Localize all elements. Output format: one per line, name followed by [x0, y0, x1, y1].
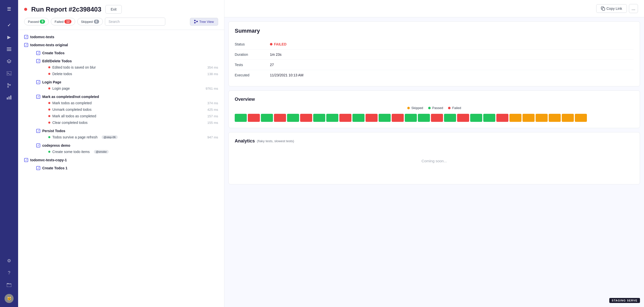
suite-header[interactable]: ✓ todomvc-tests original — [24, 42, 218, 48]
folder-icon[interactable] — [4, 280, 14, 290]
chart-icon[interactable] — [4, 92, 14, 103]
svg-line-18 — [195, 22, 196, 23]
analytics-title: Analytics (flaky tests, slowest tests) — [235, 138, 634, 144]
left-panel: Run Report #2c398403 Exit Passed 9 Faile… — [18, 0, 224, 307]
list-item[interactable]: Delete todos 138 ms — [36, 71, 218, 77]
overview-cell — [300, 114, 312, 122]
list-item: ✓ Edit/Delete Todos Edited todo is saved… — [18, 57, 224, 78]
summary-row-duration: Duration 1m 23s — [235, 49, 634, 60]
menu-icon[interactable]: ☰ — [4, 4, 14, 14]
skipped-filter-button[interactable]: Skipped 6 — [77, 18, 103, 25]
settings-icon[interactable]: ⚙ — [4, 256, 14, 266]
avatar[interactable]: 🐱 — [5, 294, 14, 303]
header: Run Report #2c398403 Exit Passed 9 Faile… — [18, 0, 224, 30]
passed-filter-button[interactable]: Passed 9 — [24, 18, 49, 25]
staging-badge: STAGING SERVE — [609, 298, 640, 303]
test-duration: 9761 ms — [206, 87, 218, 90]
overview-cell — [261, 114, 273, 122]
test-left: Mark todos as completed — [48, 101, 92, 105]
failed-dot-icon — [48, 66, 50, 68]
coming-soon-text: Coming soon... — [235, 144, 634, 178]
overview-cell — [379, 114, 391, 122]
check-icon[interactable]: ✓ — [4, 20, 14, 30]
suite-check-icon: ✓ — [24, 43, 28, 47]
content-row: Run Report #2c398403 Exit Passed 9 Faile… — [18, 0, 644, 307]
list-item[interactable]: Clear completed todos 155 ms — [36, 119, 218, 126]
overview-cell — [496, 114, 508, 122]
svg-rect-4 — [7, 71, 11, 75]
legend-item-skipped: Skipped — [407, 106, 423, 110]
overview-cell — [483, 114, 495, 122]
list-icon[interactable] — [4, 44, 14, 54]
test-name: Clear completed todos — [52, 121, 88, 125]
svg-rect-0 — [7, 47, 11, 48]
copy-link-button[interactable]: Copy Link — [596, 4, 627, 13]
suite-header[interactable]: ✓ Mark as completed/not completed — [36, 94, 218, 100]
passed-legend-label: Passed — [432, 106, 443, 110]
test-left: Create some todo items @smoke — [48, 150, 109, 154]
svg-rect-14 — [194, 20, 195, 21]
failed-dot-icon — [48, 122, 50, 124]
list-item[interactable]: Create some todo items @smoke — [36, 148, 218, 155]
analytics-label: Analytics — [235, 138, 255, 144]
list-item[interactable]: Login page 9761 ms — [36, 85, 218, 92]
failed-filter-button[interactable]: Failed 12 — [51, 18, 75, 25]
layers-icon[interactable] — [4, 56, 14, 66]
overview-cell — [470, 114, 482, 122]
failed-dot-icon — [48, 115, 50, 117]
suite-header[interactable]: ✓ todomvc-tests — [24, 34, 218, 40]
suite-header[interactable]: ✓ todomvc-tests-copy-1 — [24, 157, 218, 163]
exit-button[interactable]: Exit — [105, 5, 122, 14]
test-left: Mark all todos as completed — [48, 114, 96, 118]
suite-header[interactable]: ✓ Create Todos 1 — [36, 165, 218, 171]
suite-header[interactable]: ✓ Create Todos — [36, 50, 218, 56]
overview-cell — [366, 114, 378, 122]
tree-view-button[interactable]: Tree View — [190, 18, 218, 26]
suite-name: Login Page — [42, 80, 61, 84]
test-name: Todos survive a page refresh — [52, 135, 98, 139]
passed-legend-dot — [428, 107, 431, 109]
test-duration: 155 ms — [207, 121, 218, 125]
test-duration: 138 ms — [207, 72, 218, 76]
suite-check-icon: ✓ — [36, 129, 40, 133]
overview-cell — [352, 114, 365, 122]
overview-cell — [392, 114, 404, 122]
summary-row-tests: Tests 27 — [235, 60, 634, 70]
skipped-label: Skipped — [81, 20, 93, 24]
suite-name: todomvc-tests — [30, 35, 54, 39]
suite-check-icon: ✓ — [36, 166, 40, 170]
list-item: ✓ Create Todos 1 — [18, 164, 224, 172]
suite-header[interactable]: ✓ codepress demo — [36, 142, 218, 148]
list-item[interactable]: Unmark completed todos 425 ms — [36, 106, 218, 113]
test-duration: 947 ms — [207, 135, 218, 139]
search-input[interactable] — [105, 18, 165, 26]
test-left: Edited todo is saved on blur — [48, 65, 96, 69]
list-item: ✓ Create Todos — [18, 49, 224, 57]
list-item: ✓ Login Page Login page 9761 ms — [18, 78, 224, 93]
help-icon[interactable]: ? — [4, 268, 14, 278]
skipped-legend-dot — [407, 107, 410, 109]
overview-title: Overview — [235, 97, 634, 102]
branch-icon[interactable] — [4, 80, 14, 90]
overview-cell — [418, 114, 430, 122]
suite-header[interactable]: ✓ Login Page — [36, 79, 218, 85]
suite-name: Persist Todos — [42, 129, 65, 133]
suite-header[interactable]: ✓ Persist Todos — [36, 128, 218, 134]
list-item[interactable]: Todos survive a page refresh @step-06 94… — [36, 134, 218, 140]
list-item[interactable]: Mark todos as completed 374 ms — [36, 100, 218, 106]
terminal-icon[interactable] — [4, 68, 14, 78]
list-item[interactable]: Edited todo is saved on blur 354 ms — [36, 64, 218, 71]
overview-cell — [326, 114, 338, 122]
play-icon[interactable]: ▶ — [4, 32, 14, 42]
suite-header[interactable]: ✓ Edit/Delete Todos — [36, 58, 218, 64]
overview-cell — [444, 114, 456, 122]
suite-check-icon: ✓ — [36, 59, 40, 63]
list-item[interactable]: Mark all todos as completed 157 ms — [36, 113, 218, 119]
more-options-button[interactable]: ... — [629, 4, 638, 13]
failed-label: Failed — [55, 20, 63, 24]
passed-dot-icon — [48, 151, 50, 153]
overview-cell — [562, 114, 574, 122]
svg-point-6 — [8, 83, 9, 84]
overview-cell — [248, 114, 260, 122]
main-area: Run Report #2c398403 Exit Passed 9 Faile… — [18, 0, 644, 307]
